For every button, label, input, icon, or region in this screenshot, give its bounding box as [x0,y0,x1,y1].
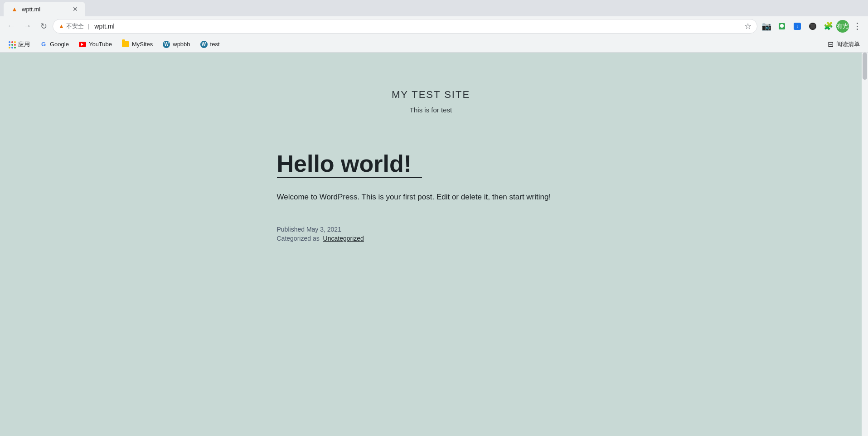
apps-grid-icon [8,41,15,48]
reading-list-button[interactable]: ⊟ 阅读清单 [823,38,864,51]
wpbbb-label: wpbbb [173,41,190,48]
bookmark-google[interactable]: G Google [35,38,73,51]
extensions-puzzle-button[interactable]: 🧩 [821,19,835,34]
post-text: Welcome to WordPress. This is your first… [277,191,585,204]
tab-close-icon[interactable]: ✕ [73,5,78,13]
nav-bar: ← → ↻ ▲ 不安全 | wptt.ml ☆ 📷 ↓ ⬛ [0,16,868,36]
post-meta: Published May 3, 2021 Categorized as Unc… [277,226,585,242]
post-title-divider [277,177,422,178]
bookmark-apps[interactable]: 应用 [4,38,34,51]
published-date: May 3, 2021 [306,226,341,233]
categorized-label: Categorized as [277,235,320,242]
post-title: Hello world! [277,150,585,177]
reading-list-label: 阅读清单 [836,40,860,48]
bookmark-wpbbb[interactable]: W wpbbb [158,38,194,51]
bookmarks-bar: 应用 G Google YouTube MySites W [0,36,868,53]
extension-2-button[interactable]: ↓ [790,19,805,34]
screenshot-button[interactable]: 📷 [759,19,774,34]
forward-button[interactable]: → [20,19,34,34]
test-label: test [210,41,220,48]
browser-frame: ▲ wptt.ml ✕ ← → ↻ ▲ 不安全 | wptt.ml ☆ 📷 [0,0,868,53]
mysites-label: MySites [132,41,153,48]
site-title: MY TEST SITE [9,89,853,101]
wpbbb-wp-icon: W [163,41,170,48]
post-content: Welcome to WordPress. This is your first… [277,191,585,204]
site-tagline: This is for test [9,106,853,114]
url-text: wptt.ml [94,23,741,30]
youtube-label: YouTube [89,41,112,48]
bookmark-star-icon[interactable]: ☆ [744,21,752,31]
tab-favicon: ▲ [11,5,18,13]
reading-list-container: ⊟ 阅读清单 [823,38,864,51]
test-wp-icon: W [200,41,208,48]
extension-1-button[interactable] [775,19,789,34]
security-warning-favicon: ▲ [11,5,18,13]
menu-button[interactable]: ⋮ [850,19,864,34]
post-container: Hello world! Welcome to WordPress. This … [259,141,603,278]
warning-triangle: ▲ [58,23,64,29]
youtube-icon [79,41,86,48]
post-published: Published May 3, 2021 [277,226,585,233]
reading-list-icon: ⊟ [828,40,834,48]
bookmark-mysites[interactable]: MySites [117,38,157,51]
scrollbar-track[interactable] [862,53,868,436]
address-bar[interactable]: ▲ 不安全 | wptt.ml ☆ [53,19,757,34]
published-label: Published [277,226,305,233]
post-category: Categorized as Uncategorized [277,235,585,242]
tab-bar: ▲ wptt.ml ✕ [0,0,868,16]
back-button[interactable]: ← [4,19,18,34]
tab-title: wptt.ml [22,6,67,13]
main-content: MY TEST SITE This is for test Hello worl… [0,53,862,436]
user-avatar[interactable]: 有光 [836,20,849,33]
apps-label: 应用 [18,40,30,48]
mysites-folder-icon [122,41,129,48]
scrollbar-thumb[interactable] [863,53,867,80]
active-tab[interactable]: ▲ wptt.ml ✕ [4,2,85,16]
site-header: MY TEST SITE This is for test [0,53,862,141]
reload-button[interactable]: ↻ [36,19,51,34]
bookmark-youtube[interactable]: YouTube [74,38,116,51]
google-icon: G [40,41,47,48]
security-warning-icon: ▲ 不安全 | [58,22,91,30]
security-label: 不安全 [66,22,84,30]
category-link[interactable]: Uncategorized [323,235,364,242]
google-label: Google [50,41,69,48]
post-title-link[interactable]: Hello world! [277,150,412,177]
extension-3-button[interactable]: ⬛ [805,19,820,34]
bookmark-test[interactable]: W test [196,38,224,51]
nav-right-buttons: 📷 ↓ ⬛ 🧩 有光 ⋮ [759,19,864,34]
